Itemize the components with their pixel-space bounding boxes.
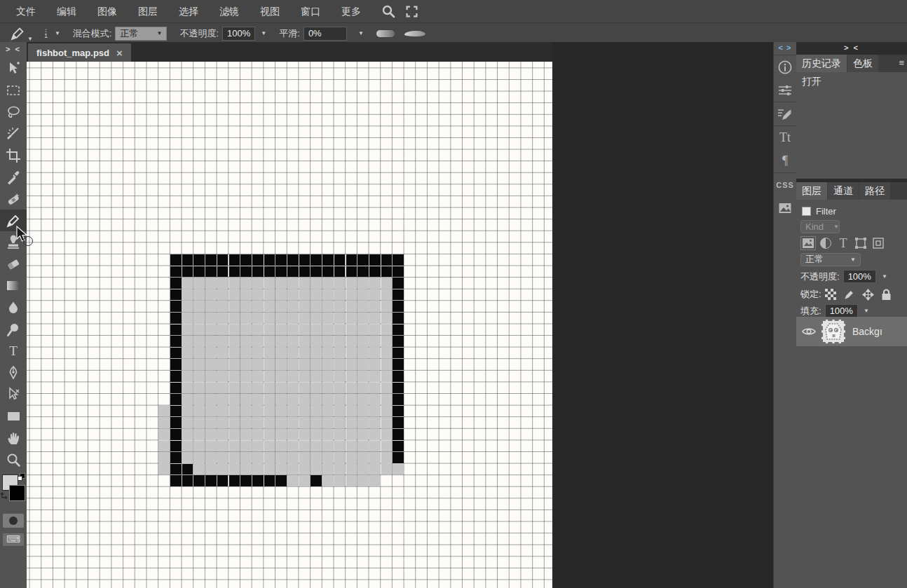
brush-preset-icon[interactable]: ▼: [8, 25, 33, 42]
layer-opacity-caret[interactable]: ▼: [882, 273, 887, 280]
tool-lasso[interactable]: [0, 101, 27, 123]
stroke-pressure-icon[interactable]: [376, 30, 395, 37]
tool-zoom[interactable]: [0, 449, 27, 470]
swap-colors-icon[interactable]: [0, 491, 9, 501]
map-pixel: [182, 452, 193, 463]
brush-size-badge[interactable]: ⋮ 1: [43, 29, 49, 38]
tool-type[interactable]: T: [0, 340, 27, 362]
map-pixel: [275, 359, 287, 370]
tab-swatches[interactable]: 色板: [847, 55, 878, 72]
tool-gradient[interactable]: [0, 275, 27, 296]
map-pixel: [322, 359, 334, 370]
css-panel-icon[interactable]: CSS: [774, 173, 797, 196]
tool-crop[interactable]: [0, 144, 27, 166]
map-pixel: [357, 336, 369, 347]
brush-preset-caret[interactable]: ▼: [27, 36, 33, 42]
menu-item-编辑[interactable]: 编辑: [46, 0, 87, 22]
tool-eraser[interactable]: [0, 253, 27, 275]
map-pixel: [369, 313, 381, 324]
tool-dodge[interactable]: [0, 318, 27, 340]
history-entry-open[interactable]: 打开: [802, 76, 821, 88]
panel-collapse-toggle[interactable]: > <: [796, 42, 907, 55]
map-pixel: [193, 289, 205, 301]
strip-collapse-toggle[interactable]: < >: [779, 42, 792, 55]
filter-type-layers-icon[interactable]: T: [836, 236, 851, 250]
tab-paths[interactable]: 路径: [859, 182, 890, 200]
stroke-taper-icon[interactable]: [404, 31, 425, 36]
adjustments-panel-icon[interactable]: [774, 78, 797, 102]
panel-menu-icon[interactable]: ≡: [899, 57, 904, 68]
canvas[interactable]: [27, 62, 552, 588]
layer-visibility-eye-icon[interactable]: [802, 327, 816, 336]
search-icon[interactable]: [381, 4, 395, 18]
tab-channels[interactable]: 通道: [828, 182, 859, 200]
quick-mask-button[interactable]: [3, 514, 24, 528]
layer-fill-input[interactable]: 100%: [825, 304, 858, 317]
menu-item-选择[interactable]: 选择: [168, 0, 209, 22]
opacity-caret[interactable]: ▼: [261, 30, 266, 36]
tool-eyedropper[interactable]: [0, 166, 27, 188]
smoothing-caret[interactable]: ▼: [358, 30, 364, 36]
default-colors-icon[interactable]: [18, 473, 25, 481]
map-pixel: [182, 278, 193, 289]
map-pixel: [369, 254, 381, 266]
filter-image-layers-icon[interactable]: [800, 236, 816, 250]
menu-item-视图[interactable]: 视图: [250, 0, 290, 22]
map-pixel: [264, 383, 275, 394]
background-color-swatch[interactable]: [9, 485, 25, 501]
tool-shape[interactable]: [0, 405, 27, 427]
menu-item-窗口[interactable]: 窗口: [290, 0, 331, 22]
character-panel-icon[interactable]: Tt: [774, 126, 797, 149]
opacity-input[interactable]: 100%: [222, 27, 255, 41]
layer-row-background[interactable]: Backgı: [796, 317, 907, 346]
tab-layers[interactable]: 图层: [796, 182, 827, 200]
tab-history[interactable]: 历史记录: [796, 55, 847, 72]
lock-pixels-icon[interactable]: [843, 289, 855, 301]
tab-close-icon[interactable]: ×: [116, 47, 123, 59]
tool-blur[interactable]: [0, 296, 27, 318]
image-panel-icon[interactable]: [774, 196, 797, 219]
toolbar-collapse-toggle[interactable]: > <: [6, 42, 21, 57]
blend-mode-select[interactable]: 正常 ▼: [115, 27, 167, 41]
tool-hand[interactable]: [0, 427, 27, 449]
filter-shape-layers-icon[interactable]: [853, 236, 868, 250]
map-pixel: [229, 464, 240, 475]
brush-size-caret[interactable]: ▼: [55, 30, 60, 36]
lock-transparency-icon[interactable]: [825, 289, 836, 300]
filter-checkbox[interactable]: [802, 207, 811, 216]
map-pixel: [393, 406, 404, 417]
layer-opacity-input[interactable]: 100%: [843, 270, 876, 283]
map-pixel: [170, 475, 182, 486]
tool-direct-select[interactable]: [0, 383, 27, 405]
filter-adjustment-layers-icon[interactable]: [818, 236, 833, 250]
layer-fill-caret[interactable]: ▼: [864, 308, 869, 314]
filter-smart-objects-icon[interactable]: [871, 236, 886, 250]
tool-move[interactable]: [0, 57, 27, 79]
tool-pen[interactable]: [0, 362, 27, 383]
layer-blend-mode-dropdown[interactable]: 正常 ▼: [800, 253, 861, 266]
tool-marquee-select[interactable]: [0, 79, 27, 101]
kind-dropdown[interactable]: Kind ▼: [800, 220, 840, 233]
fullscreen-icon[interactable]: [405, 5, 418, 18]
map-pixel: [299, 313, 311, 324]
brush-settings-panel-icon[interactable]: [774, 102, 797, 125]
menu-item-文件[interactable]: 文件: [6, 0, 46, 22]
info-panel-icon[interactable]: [774, 55, 797, 78]
map-pixel: [346, 278, 357, 289]
lock-position-icon[interactable]: [862, 289, 874, 301]
document-tab[interactable]: fishbot_map.psd ×: [28, 43, 131, 62]
menu-item-更多[interactable]: 更多: [331, 0, 371, 22]
paragraph-panel-icon[interactable]: ¶: [774, 149, 797, 172]
lock-all-icon[interactable]: [881, 289, 892, 301]
smoothing-input[interactable]: 0%: [304, 27, 347, 41]
tool-healing-brush[interactable]: [0, 188, 27, 210]
tool-magic-wand[interactable]: [0, 123, 27, 144]
map-pixel: [287, 429, 299, 440]
keyboard-shortcuts-button[interactable]: ⌨: [3, 533, 24, 546]
map-pixel: [240, 289, 252, 301]
menu-item-图像[interactable]: 图像: [87, 0, 128, 22]
menu-item-滤镜[interactable]: 滤镜: [209, 0, 250, 22]
menu-item-图层[interactable]: 图层: [128, 0, 168, 22]
map-pixel: [193, 417, 205, 428]
layer-thumbnail[interactable]: [821, 320, 845, 343]
